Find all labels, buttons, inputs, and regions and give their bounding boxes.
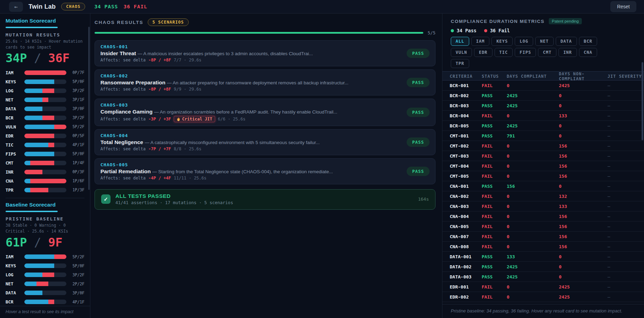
status-cell: FAIL (482, 214, 507, 219)
sidebar-scrollbar[interactable] (88, 27, 90, 190)
filter-chip[interactable]: TPR (451, 59, 469, 68)
jit-severity-cell: — (608, 113, 644, 118)
status-cell: PASS (482, 103, 507, 108)
mutation-big-score: 34P / 36F (6, 51, 84, 65)
filter-chip[interactable]: CNA (579, 48, 597, 57)
scorecard-row[interactable]: EDR 0P/5F (6, 131, 84, 140)
days-noncompliant-cell: 156 (559, 174, 608, 179)
jit-severity-cell: — (608, 83, 644, 88)
filter-chip[interactable]: TIC (495, 48, 513, 57)
scorecard-row[interactable]: BCR 3P/2F (6, 113, 84, 122)
table-row[interactable]: DATA-001 PASS 133 0 — (442, 252, 644, 262)
pass-bar-segment (24, 273, 42, 277)
table-row[interactable]: CMT-005 FAIL 0 156 — (442, 171, 644, 181)
scorecard-row[interactable]: CMT 1P/4F (6, 158, 84, 167)
scenario-card[interactable]: CHAOS-002 Ransomware Preparation — An at… (95, 69, 435, 95)
scenario-card[interactable]: CHAOS-003 Compliance Gaming — An organiz… (95, 99, 435, 126)
table-row[interactable]: EDR-001 FAIL 0 2425 — (442, 282, 644, 292)
scenario-progress-bar (95, 32, 423, 34)
filter-chip[interactable]: VULN (451, 48, 472, 57)
pass-fail-count: 5P/0F (69, 151, 84, 156)
scorecard-row[interactable]: KEYS 5P/0F (6, 261, 84, 270)
ksi-label: KEYS (6, 263, 22, 268)
filter-chip[interactable]: INR (559, 48, 577, 57)
table-row[interactable]: DATA-003 PASS 2425 0 — (442, 272, 644, 282)
scorecard-row[interactable]: LOG 3P/2F (6, 86, 84, 95)
scorecard-row[interactable]: IAM 5P/2F (6, 252, 84, 261)
scorecard-row[interactable]: NET 2P/2F (6, 279, 84, 288)
scenario-card[interactable]: CHAOS-005 Partial Remediation — Starting… (95, 158, 435, 184)
scorecard-row[interactable]: DATA 3P/0F (6, 288, 84, 298)
scorecard-sidebar[interactable]: Mutation Scorecard MUTATION RESULTS 25.6… (0, 14, 90, 318)
scenario-description: — An attacker preparing for ransomware d… (167, 80, 348, 85)
scorecard-row[interactable]: VULN 5P/2F (6, 122, 84, 131)
table-row[interactable]: BCR-003 PASS 2425 0 — (442, 101, 644, 111)
table-row[interactable]: CNA-004 FAIL 0 156 — (442, 211, 644, 221)
criteria-cell: CMT-005 (450, 174, 482, 179)
days-compliant-cell: 0 (507, 174, 559, 179)
filter-chip[interactable]: EDR (474, 48, 492, 57)
scorecard-row[interactable]: DATA 3P/0F (6, 104, 84, 113)
filter-chip[interactable]: DATA (556, 37, 577, 46)
scorecard-row[interactable]: TIC 4P/1F (6, 140, 84, 149)
reset-button[interactable]: Reset (610, 1, 636, 12)
scenario-name: Compliance Gaming (100, 109, 154, 115)
filter-chip[interactable]: KEYS (491, 37, 513, 46)
table-row[interactable]: CNA-008 FAIL 0 156 — (442, 242, 644, 252)
back-button[interactable]: ← (9, 2, 23, 12)
fail-bar-segment (42, 98, 48, 102)
table-row[interactable]: CNA-007 FAIL 0 156 — (442, 232, 644, 242)
filter-chip[interactable]: CMT (538, 48, 556, 57)
table-row[interactable]: CNA-003 FAIL 0 133 — (442, 201, 644, 211)
fail-bar-segment (54, 125, 66, 129)
table-row[interactable]: BCR-005 PASS 2425 0 — (442, 121, 644, 131)
jit-severity-cell: — (608, 264, 644, 269)
scorecard-row[interactable]: KEYS 5P/0F (6, 77, 84, 86)
table-row[interactable]: CMT-003 FAIL 0 156 — (442, 151, 644, 161)
status-cell: FAIL (482, 153, 507, 159)
app-title: Twin Lab (28, 3, 56, 10)
table-row[interactable]: CMT-002 FAIL 0 156 — (442, 141, 644, 151)
filter-chip[interactable]: FIPS (515, 48, 536, 57)
jit-severity-cell: — (608, 194, 644, 199)
table-row[interactable]: BCR-001 FAIL 0 2425 — (442, 81, 644, 91)
filter-chip[interactable]: NET (535, 37, 554, 46)
delta-value: -3P / +3F (148, 117, 171, 122)
status-badge: PASS (407, 137, 430, 147)
table-row[interactable]: DATA-002 PASS 2425 0 — (442, 262, 644, 272)
table-row[interactable]: CNA-002 FAIL 0 132 — (442, 191, 644, 201)
ksi-label: IAM (6, 254, 22, 259)
table-row[interactable]: CMT-001 PASS 791 0 — (442, 131, 644, 141)
filter-chip[interactable]: LOG (515, 37, 533, 46)
scorecard-row[interactable]: TPR 1P/3F (6, 185, 84, 194)
pass-bar-segment (24, 143, 48, 147)
assertions-meta: 8/8 · 25.6s (174, 147, 201, 151)
scorecard-row[interactable]: CNA 1P/6F (6, 176, 84, 185)
scorecard-row[interactable]: LOG 3P/2F (6, 270, 84, 279)
status-cell: PASS (482, 133, 507, 139)
scorecard-row[interactable]: IAM 0P/7F (6, 68, 84, 77)
compliance-table-body[interactable]: BCR-001 FAIL 0 2425 — BCR-002 PASS 2425 … (442, 81, 644, 304)
pass-fail-count: 4P/1F (69, 142, 84, 147)
scenario-progress-fill (95, 32, 423, 34)
criteria-cell: CNA-004 (450, 214, 482, 219)
table-scrollbar[interactable] (642, 62, 643, 140)
table-row[interactable]: CMT-004 FAIL 0 156 — (442, 161, 644, 171)
scenario-card[interactable]: CHAOS-001 Insider Threat — A malicious i… (95, 40, 435, 66)
scorecard-row[interactable]: BCR 4P/1F (6, 298, 84, 307)
filter-chip[interactable]: BCR (579, 37, 597, 46)
mutation-results-label: MUTATION RESULTS (6, 32, 84, 37)
filter-chip[interactable]: IAM (471, 37, 490, 46)
table-row[interactable]: CNA-005 FAIL 0 156 — (442, 221, 644, 232)
table-row[interactable]: BCR-004 FAIL 0 133 — (442, 111, 644, 121)
scorecard-row[interactable]: INR 0P/3F (6, 167, 84, 176)
table-row[interactable]: CNA-001 PASS 156 0 — (442, 181, 644, 191)
scorecard-row[interactable]: FIPS 5P/0F (6, 149, 84, 158)
scorecard-row[interactable]: NET 3P/1F (6, 95, 84, 104)
scenario-card[interactable]: CHAOS-004 Total Negligence — A catastrop… (95, 129, 435, 155)
table-row[interactable]: BCR-002 PASS 2425 0 — (442, 91, 644, 101)
table-row[interactable]: EDR-002 FAIL 0 2425 — (442, 292, 644, 302)
jit-severity-cell: — (608, 143, 644, 149)
days-compliant-cell: 0 (507, 224, 559, 229)
filter-chip[interactable]: ALL (451, 37, 469, 46)
